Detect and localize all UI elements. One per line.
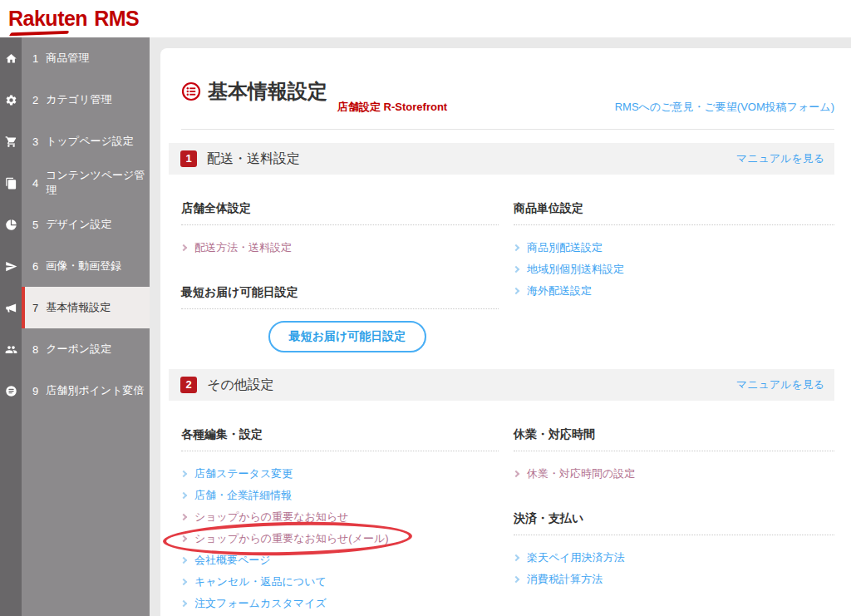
list-item: ショップからの重要なお知らせ(メール) [181, 528, 514, 549]
list-item: 消費税計算方法 [514, 569, 834, 590]
link-rakuten-pay-methods[interactable]: 楽天ペイ用決済方法 [514, 550, 625, 565]
chevron-right-icon [180, 244, 187, 251]
chevron-right-icon [180, 557, 187, 564]
section-header-band: 2 その他設定 マニュアルを見る [169, 369, 834, 401]
sidebar-item-label: 基本情報設定 [46, 300, 111, 315]
link-per-item-shipping[interactable]: 商品別配送設定 [514, 240, 603, 255]
list-item: 会社概要ページ [181, 549, 514, 571]
link-order-form-customize[interactable]: 注文フォームカスタマイズ [181, 596, 327, 611]
chevron-right-icon [513, 554, 519, 561]
manual-link[interactable]: マニュアルを見る [736, 151, 824, 166]
group-heading-gift: ギフト [514, 602, 834, 616]
sidebar-item-label: デザイン設定 [46, 217, 111, 232]
pages-icon [0, 162, 22, 204]
list-item: 休業・対応時間の設定 [514, 463, 834, 485]
group-heading-payment: 決済・支払い [514, 496, 834, 535]
chevron-right-icon [180, 492, 187, 499]
section-shipping-settings: 1 配送・送料設定 マニュアルを見る 店舗全体設定 配送方法・送料設定 最短お届… [169, 143, 834, 356]
group-heading-holiday-hours: 休業・対応時間 [514, 412, 834, 451]
sidebar-item-number: 7 [32, 302, 38, 314]
group-heading-fastest-delivery: 最短お届け可能日設定 [181, 270, 499, 309]
link-company-profile-page[interactable]: 会社概要ページ [181, 553, 271, 568]
megaphone-icon [0, 287, 22, 328]
sidebar-item-shop-point-rate[interactable]: 9 店舗別ポイント変倍 [0, 370, 150, 411]
sidebar-item-product-management[interactable]: 1 商品管理 [0, 37, 150, 79]
chevron-right-icon [513, 576, 519, 583]
link-overseas-shipping[interactable]: 海外配送設定 [514, 283, 592, 298]
group-heading-various-edit: 各種編集・設定 [181, 412, 499, 451]
link-shop-status[interactable]: 店舗ステータス変更 [181, 466, 293, 481]
chevron-right-icon [513, 471, 519, 477]
list-item: 海外配送設定 [514, 280, 834, 302]
people-icon [0, 328, 22, 370]
fastest-delivery-date-button[interactable]: 最短お届け可能日設定 [268, 321, 426, 352]
sidebar-item-label: 画像・動画登録 [46, 259, 121, 274]
section-header-band: 1 配送・送料設定 マニュアルを見る [169, 143, 834, 175]
content-backdrop: 基本情報設定 店舗設定 R-Storefront RMSへのご意見・ご要望(VO… [150, 37, 851, 616]
group-heading-store-wide: 店舗全体設定 [181, 186, 499, 225]
logo-suite: RMS [94, 7, 139, 31]
manual-link[interactable]: マニュアルを見る [736, 377, 824, 392]
sidebar-item-design-settings[interactable]: 5 デザイン設定 [0, 204, 150, 245]
sidebar-item-number: 2 [32, 94, 38, 106]
logo-brand: Rakuten [8, 7, 87, 31]
list-item: ショップからの重要なお知らせ [181, 506, 514, 528]
sidebar-item-number: 1 [32, 52, 38, 65]
section1-left-column: 店舗全体設定 配送方法・送料設定 最短お届け可能日設定 最短お届け可能日設定 [181, 175, 514, 356]
vom-feedback-link[interactable]: RMSへのご意見・ご要望(VOM投稿フォーム) [615, 100, 834, 115]
send-icon [0, 245, 22, 287]
sidebar-item-label: 商品管理 [46, 51, 89, 66]
section-number-badge: 2 [180, 377, 197, 393]
list-item: 地域別個別送料設定 [514, 259, 834, 280]
pie-chart-icon [0, 204, 22, 245]
sidebar-item-label: クーポン設定 [46, 342, 111, 357]
section-other-settings: 2 その他設定 マニュアルを見る 各種編集・設定 店舗ステータス変更 店舗・ [169, 369, 834, 616]
link-regional-shipping-fee[interactable]: 地域別個別送料設定 [514, 262, 624, 277]
sidebar-item-number: 4 [32, 177, 38, 190]
sidebar-item-content-page-management[interactable]: 4 コンテンツページ管理 [0, 162, 150, 204]
circled-list-icon [181, 81, 201, 101]
sidebar-item-basic-info-settings[interactable]: 7 基本情報設定 [0, 287, 150, 328]
gear-icon [0, 79, 22, 121]
chevron-right-icon [513, 288, 519, 294]
chevron-right-icon [180, 471, 187, 477]
link-company-details[interactable]: 店舗・企業詳細情報 [181, 488, 292, 503]
link-cancel-return[interactable]: キャンセル・返品について [181, 574, 327, 589]
chevron-right-icon [180, 600, 187, 607]
sidebar-item-number: 9 [32, 385, 38, 397]
store-settings-label: 店舗設定 R-Storefront [337, 100, 447, 115]
list-item: 楽天ペイ用決済方法 [514, 547, 834, 569]
list-item: 店舗・企業詳細情報 [181, 485, 514, 506]
list-item: 店舗ステータス変更 [181, 463, 514, 485]
sidebar-item-category-management[interactable]: 2 カテゴリ管理 [0, 79, 150, 121]
group-heading-per-item: 商品単位設定 [514, 186, 834, 225]
link-important-notice[interactable]: ショップからの重要なお知らせ [181, 510, 348, 525]
list-item: 商品別配送設定 [514, 237, 834, 259]
section1-right-column: 商品単位設定 商品別配送設定 地域別個別送料設定 海外配送設定 [514, 175, 834, 302]
sidebar-item-label: カテゴリ管理 [46, 92, 111, 107]
link-important-notice-mail[interactable]: ショップからの重要なお知らせ(メール) [181, 531, 389, 546]
sidebar: 1 商品管理 2 カテゴリ管理 3 トップページ設定 [0, 37, 150, 616]
link-tax-calculation[interactable]: 消費税計算方法 [514, 572, 603, 587]
sidebar-item-number: 6 [32, 260, 38, 273]
section-title: その他設定 [207, 377, 274, 394]
list-circle-icon [0, 370, 22, 411]
sidebar-item-label: 店舗別ポイント変倍 [46, 383, 144, 398]
sidebar-item-coupon-settings[interactable]: 8 クーポン設定 [0, 328, 150, 370]
link-holiday-hours-setting[interactable]: 休業・対応時間の設定 [514, 466, 635, 481]
section2-right-column: 休業・対応時間 休業・対応時間の設定 決済・支払い 楽天ペイ用決済方法 [514, 401, 834, 616]
sidebar-item-image-video-registration[interactable]: 6 画像・動画登録 [0, 245, 150, 287]
sidebar-item-top-page-settings[interactable]: 3 トップページ設定 [0, 121, 150, 162]
page-title: 基本情報設定 [208, 78, 327, 105]
section-title: 配送・送料設定 [207, 150, 300, 168]
section2-left-column: 各種編集・設定 店舗ステータス変更 店舗・企業詳細情報 ショップからの重要なお知… [181, 401, 514, 616]
sidebar-item-number: 5 [32, 219, 38, 231]
content-card: 基本情報設定 店舗設定 R-Storefront RMSへのご意見・ご要望(VO… [160, 48, 851, 616]
chevron-right-icon [513, 244, 519, 251]
list-item: 注文フォームカスタマイズ [181, 593, 514, 614]
home-icon [0, 37, 22, 79]
chevron-right-icon [180, 535, 187, 542]
link-shipping-method-fee[interactable]: 配送方法・送料設定 [181, 240, 292, 255]
sidebar-item-label: トップページ設定 [46, 134, 134, 149]
rakuten-rms-logo: Rakuten RMS [8, 7, 139, 31]
